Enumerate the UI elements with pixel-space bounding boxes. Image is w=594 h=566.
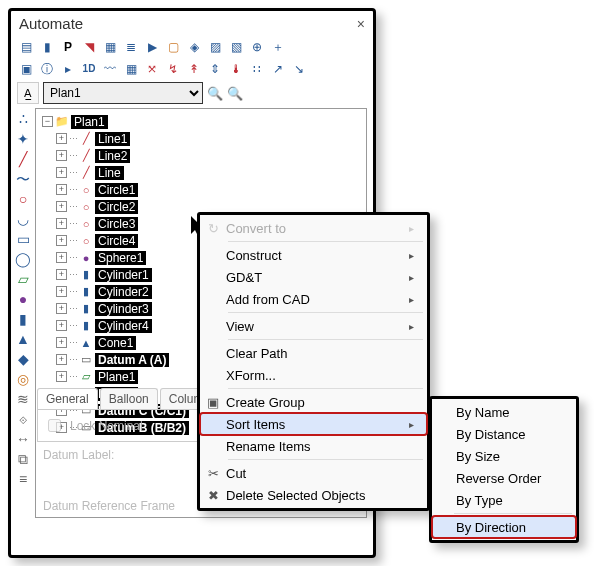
tree-item-label[interactable]: Cylinder4	[95, 319, 152, 333]
li-misc5-icon[interactable]: ≡	[19, 472, 27, 486]
sort-bydirection[interactable]: By Direction	[432, 516, 576, 538]
tree-item-label[interactable]: Plane1	[95, 370, 138, 384]
tree-item-label[interactable]: Cylinder2	[95, 285, 152, 299]
tb-panel-icon[interactable]: ▮	[38, 38, 56, 56]
tb2-arrow-icon[interactable]: ↗	[269, 60, 287, 78]
tb2-dots-icon[interactable]: ∷	[248, 60, 266, 78]
li-sphere-icon[interactable]: ●	[19, 292, 27, 306]
li-point-icon[interactable]: ∴	[19, 112, 28, 126]
tb-box-icon[interactable]: ▢	[164, 38, 182, 56]
sort-bysize[interactable]: By Size	[432, 445, 576, 467]
tb-p-icon[interactable]: P	[59, 38, 77, 56]
li-misc3-icon[interactable]: ↔	[16, 432, 30, 446]
ctx-rename[interactable]: Rename Items	[200, 435, 427, 457]
tb2-thermo-icon[interactable]: 🌡	[227, 60, 245, 78]
tree-item-label[interactable]: Datum A (A)	[95, 353, 169, 367]
ctx-construct[interactable]: Construct▸	[200, 244, 427, 266]
font-a-button[interactable]: A̲	[17, 82, 39, 104]
tb-target-icon[interactable]: ⊕	[248, 38, 266, 56]
tree-item-label[interactable]: Circle4	[95, 234, 138, 248]
tb-plus-icon[interactable]: ＋	[269, 38, 287, 56]
tree-expander[interactable]: +	[56, 354, 67, 365]
tree-expander[interactable]: +	[56, 218, 67, 229]
tb-tag-icon[interactable]: ◈	[185, 38, 203, 56]
tb-doc-icon[interactable]: ▤	[17, 38, 35, 56]
tree-item-label[interactable]: Cone1	[95, 336, 136, 350]
tree-expander[interactable]: +	[56, 286, 67, 297]
tb2-1d-icon[interactable]: 1D	[80, 60, 98, 78]
li-misc1-icon[interactable]: ≋	[17, 392, 29, 406]
tree-expander[interactable]: +	[56, 167, 67, 178]
tree-expander[interactable]: +	[56, 337, 67, 348]
ctx-gdt[interactable]: GD&T▸	[200, 266, 427, 288]
tb2-curve-icon[interactable]: 〰	[101, 60, 119, 78]
tb2-info-icon[interactable]: ⓘ	[38, 60, 56, 78]
search-settings-icon[interactable]: 🔍	[227, 86, 243, 101]
tree-expander[interactable]: +	[56, 184, 67, 195]
lock-nominal-checkbox[interactable]	[48, 419, 61, 432]
ctx-delete[interactable]: ✖Delete Selected Objects	[200, 484, 427, 506]
tree-root-label[interactable]: Plan1	[71, 115, 108, 129]
tree-expander[interactable]: −	[42, 116, 53, 127]
tree-item-label[interactable]: Circle3	[95, 217, 138, 231]
tree-expander[interactable]: +	[56, 371, 67, 382]
tree-item-label[interactable]: Circle2	[95, 200, 138, 214]
li-misc4-icon[interactable]: ⧉	[18, 452, 28, 466]
tree-expander[interactable]: +	[56, 150, 67, 161]
li-cylinder-icon[interactable]: ▮	[19, 312, 27, 326]
tree-item-label[interactable]: Cylinder1	[95, 268, 152, 282]
li-misc2-icon[interactable]: ⟐	[19, 412, 27, 426]
ctx-addcad[interactable]: Add from CAD▸	[200, 288, 427, 310]
tb-stripes-icon[interactable]: ▨	[206, 38, 224, 56]
tb-list-icon[interactable]: ≣	[122, 38, 140, 56]
li-torus-icon[interactable]: ◎	[17, 372, 29, 386]
tree-item-label[interactable]: Line1	[95, 132, 130, 146]
li-line-icon[interactable]: ╱	[19, 152, 27, 166]
tree-item-label[interactable]: Line	[95, 166, 124, 180]
li-arc-icon[interactable]: ◡	[17, 212, 29, 226]
ctx-xform[interactable]: XForm...	[200, 364, 427, 386]
ctx-clearpath[interactable]: Clear Path	[200, 342, 427, 364]
tb2-vec-icon[interactable]: ↘	[290, 60, 308, 78]
sort-bytype[interactable]: By Type	[432, 489, 576, 511]
tb-stripes2-icon[interactable]: ▧	[227, 38, 245, 56]
tree-item-label[interactable]: Line2	[95, 149, 130, 163]
tree-item-label[interactable]: Circle1	[95, 183, 138, 197]
search-icon[interactable]: 🔍	[207, 86, 223, 101]
tb2-grid2-icon[interactable]: ▦	[122, 60, 140, 78]
tb-flag-icon[interactable]: ◥	[80, 38, 98, 56]
tree-expander[interactable]: +	[56, 320, 67, 331]
close-icon[interactable]: ×	[357, 16, 365, 32]
li-circle-icon[interactable]: ○	[19, 192, 27, 206]
li-curve-icon[interactable]: 〜	[16, 172, 30, 186]
tb2-playdot-icon[interactable]: ▸	[59, 60, 77, 78]
tree-expander[interactable]: +	[56, 133, 67, 144]
sort-bydistance[interactable]: By Distance	[432, 423, 576, 445]
li-cube-icon[interactable]: ◆	[18, 352, 29, 366]
li-plane-icon[interactable]: ▱	[18, 272, 29, 286]
li-slot-icon[interactable]: ▭	[17, 232, 30, 246]
ctx-cut[interactable]: ✂Cut	[200, 462, 427, 484]
ctx-view[interactable]: View▸	[200, 315, 427, 337]
tb2-axis1-icon[interactable]: ⤧	[143, 60, 161, 78]
tab-general[interactable]: General	[37, 388, 98, 409]
tree-expander[interactable]: +	[56, 252, 67, 263]
tb2-axis2-icon[interactable]: ↯	[164, 60, 182, 78]
sort-reverse[interactable]: Reverse Order	[432, 467, 576, 489]
tab-balloon[interactable]: Balloon	[100, 388, 158, 409]
tree-expander[interactable]: +	[56, 269, 67, 280]
ctx-creategroup[interactable]: ▣Create Group	[200, 391, 427, 413]
plan-select[interactable]: Plan1	[43, 82, 203, 104]
tree-item-label[interactable]: Sphere1	[95, 251, 146, 265]
ctx-sortitems[interactable]: Sort Items▸	[200, 413, 427, 435]
li-cone-icon[interactable]: ▲	[16, 332, 30, 346]
tree-item-label[interactable]: Cylinder3	[95, 302, 152, 316]
tree-expander[interactable]: +	[56, 201, 67, 212]
tb2-axis3-icon[interactable]: ↟	[185, 60, 203, 78]
tb-play-icon[interactable]: ▶	[143, 38, 161, 56]
tb2-axis4-icon[interactable]: ⇕	[206, 60, 224, 78]
li-target-icon[interactable]: ✦	[17, 132, 29, 146]
li-ellipse-icon[interactable]: ◯	[15, 252, 31, 266]
tree-expander[interactable]: +	[56, 235, 67, 246]
sort-byname[interactable]: By Name	[432, 401, 576, 423]
